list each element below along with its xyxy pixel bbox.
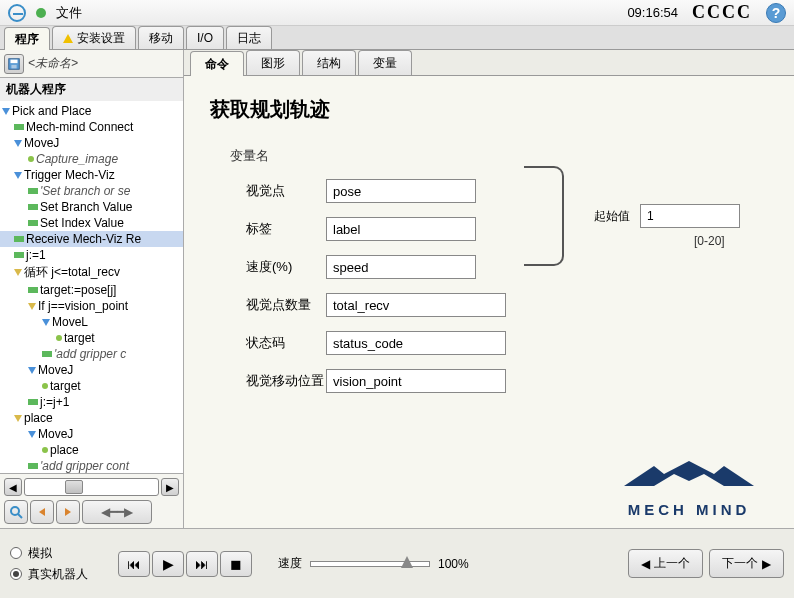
program-tree[interactable]: Pick and PlaceMech-mind ConnectMoveJCapt…	[0, 101, 183, 473]
bar-icon	[28, 287, 38, 293]
undo-button[interactable]	[30, 500, 54, 524]
tree-node[interactable]: Mech-mind Connect	[0, 119, 183, 135]
input-start-value[interactable]	[640, 204, 740, 228]
mech-mind-logo: MECH MIND	[604, 456, 774, 518]
tree-node[interactable]: MoveJ	[0, 362, 183, 378]
tree-node[interactable]: 'add gripper cont	[0, 458, 183, 473]
subtab-command[interactable]: 命令	[190, 51, 244, 76]
file-name: <未命名>	[28, 55, 78, 72]
tree-node[interactable]: Set Index Value	[0, 215, 183, 231]
speed-value: 100%	[438, 557, 469, 571]
input-speed[interactable]	[326, 255, 476, 279]
triy-icon	[28, 303, 36, 310]
bar-icon	[14, 236, 24, 242]
stop-button[interactable]: ◼	[220, 551, 252, 577]
content-heading: 获取规划轨迹	[210, 96, 768, 123]
scroll-right-button[interactable]: ▶	[161, 478, 179, 496]
tree-node[interactable]: Pick and Place	[0, 103, 183, 119]
tree-node-label: 'Set branch or se	[40, 184, 130, 198]
label-count: 视觉点数量	[246, 296, 326, 314]
tree-node[interactable]: MoveL	[0, 314, 183, 330]
step-slider[interactable]: ◀━━▶	[82, 500, 152, 524]
tree-node[interactable]: Set Branch Value	[0, 199, 183, 215]
tree-node[interactable]: If j==vision_point	[0, 298, 183, 314]
subtab-variables[interactable]: 变量	[358, 50, 412, 75]
input-status[interactable]	[326, 331, 506, 355]
speed-slider[interactable]	[310, 561, 430, 567]
dot-icon	[42, 383, 48, 389]
radio-real-robot[interactable]: 真实机器人	[10, 566, 88, 583]
tab-installation[interactable]: 安装设置	[52, 26, 136, 49]
tri-icon	[28, 367, 36, 374]
tree-node[interactable]: target	[0, 378, 183, 394]
tree-node[interactable]: j:=j+1	[0, 394, 183, 410]
tab-io[interactable]: I/O	[186, 26, 224, 49]
play-button[interactable]: ▶	[152, 551, 184, 577]
subtab-structure[interactable]: 结构	[302, 50, 356, 75]
tree-title: 机器人程序	[0, 78, 183, 101]
tree-node-label: MoveJ	[24, 136, 59, 150]
scroll-left-button[interactable]: ◀	[4, 478, 22, 496]
tri-icon	[14, 172, 22, 179]
file-menu[interactable]: 文件	[56, 4, 82, 22]
bar-icon	[28, 399, 38, 405]
help-icon[interactable]: ?	[766, 3, 786, 23]
tree-node[interactable]: MoveJ	[0, 426, 183, 442]
tree-node[interactable]: target	[0, 330, 183, 346]
svg-point-3	[11, 507, 19, 515]
tree-node-label: j:=1	[26, 248, 46, 262]
titlebar: 文件 09:16:54 CCCC ?	[0, 0, 794, 26]
save-button[interactable]	[4, 54, 24, 74]
tree-node[interactable]: place	[0, 410, 183, 426]
dot-icon	[42, 447, 48, 453]
tree-node[interactable]: 循环 j<=total_recv	[0, 263, 183, 282]
tree-node-label: Trigger Mech-Viz	[24, 168, 115, 182]
tab-program[interactable]: 程序	[4, 27, 50, 50]
sub-tabs: 命令 图形 结构 变量	[184, 50, 794, 76]
bracket-icon	[524, 166, 564, 266]
label-status: 状态码	[246, 334, 326, 352]
tree-node[interactable]: Capture_image	[0, 151, 183, 167]
tri-icon	[28, 431, 36, 438]
tree-node-label: MoveL	[52, 315, 88, 329]
tree-node-label: MoveJ	[38, 427, 73, 441]
tree-node[interactable]: place	[0, 442, 183, 458]
next-button[interactable]: 下一个 ▶	[709, 549, 784, 578]
bar-icon	[28, 204, 38, 210]
input-move-pos[interactable]	[326, 369, 506, 393]
redo-button[interactable]	[56, 500, 80, 524]
tri-icon	[42, 319, 50, 326]
input-tag[interactable]	[326, 217, 476, 241]
svg-rect-1	[11, 59, 18, 63]
bar-icon	[42, 351, 52, 357]
tree-node[interactable]: MoveJ	[0, 135, 183, 151]
rewind-button[interactable]: ⏮	[118, 551, 150, 577]
tree-node[interactable]: Trigger Mech-Viz	[0, 167, 183, 183]
status-dot-icon	[36, 8, 46, 18]
input-vision-point[interactable]	[326, 179, 476, 203]
tree-node-label: Receive Mech-Viz Re	[26, 232, 141, 246]
subtab-graphics[interactable]: 图形	[246, 50, 300, 75]
tree-node-label: 'add gripper cont	[40, 459, 129, 473]
tree-node-label: Set Branch Value	[40, 200, 133, 214]
tree-node[interactable]: 'Set branch or se	[0, 183, 183, 199]
tree-node-label: MoveJ	[38, 363, 73, 377]
label-start-value: 起始值	[594, 208, 630, 225]
bar-icon	[28, 188, 38, 194]
input-count[interactable]	[326, 293, 506, 317]
tree-node[interactable]: 'add gripper c	[0, 346, 183, 362]
radio-simulation[interactable]: 模拟	[10, 545, 88, 562]
tab-log[interactable]: 日志	[226, 26, 272, 49]
tree-node[interactable]: target:=pose[j]	[0, 282, 183, 298]
main-tabs: 程序 安装设置 移动 I/O 日志	[0, 26, 794, 50]
tab-move[interactable]: 移动	[138, 26, 184, 49]
triy-icon	[14, 269, 22, 276]
forward-button[interactable]: ⏭	[186, 551, 218, 577]
tree-node[interactable]: Receive Mech-Viz Re	[0, 231, 183, 247]
status-text: CCCC	[692, 2, 752, 23]
prev-button[interactable]: ◀ 上一个	[628, 549, 703, 578]
search-button[interactable]	[4, 500, 28, 524]
scrollbar-horizontal[interactable]	[24, 478, 159, 496]
tree-node-label: place	[50, 443, 79, 457]
tree-node[interactable]: j:=1	[0, 247, 183, 263]
